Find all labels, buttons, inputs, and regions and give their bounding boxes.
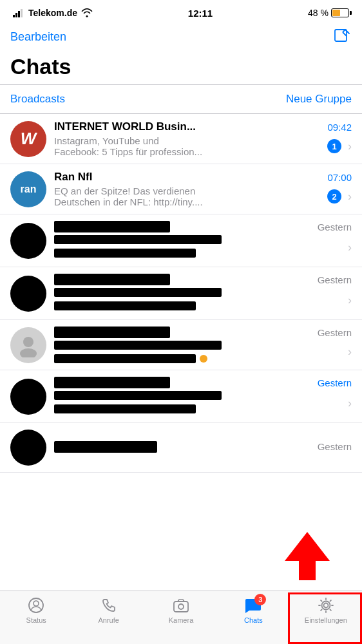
chat-content-iw: INTERNET WORLD Busin... 09:42 Instagram,… (54, 120, 352, 157)
tab-bar: Status Anrufe Kamera 3 Chats (0, 591, 362, 644)
svg-rect-1 (15, 13, 17, 17)
chat-item-ran[interactable]: ran Ran Nfl 07:00 EQ an der Spitze! Das … (0, 164, 362, 214)
tab-item-status[interactable]: Status (0, 596, 72, 624)
redacted-name-r2 (54, 274, 170, 285)
svg-point-14 (178, 604, 184, 609)
chat-time-r3: Gestern (318, 327, 352, 338)
avatar-r5 (10, 430, 46, 466)
chat-time-r2: Gestern (318, 274, 352, 285)
avatar-r1 (10, 223, 46, 259)
chat-time-r4: Gestern (318, 377, 352, 388)
chevron-r1: › (348, 241, 352, 254)
chat-content-ran: Ran Nfl 07:00 EQ an der Spitze! Das verd… (54, 171, 352, 207)
tab-item-kamera[interactable]: Kamera (145, 596, 217, 624)
chat-list: W INTERNET WORLD Busin... 09:42 Instagra… (0, 114, 362, 473)
chat-item-r5[interactable]: Gestern (0, 423, 362, 473)
status-icon (28, 597, 44, 614)
tab-label-anrufe: Anrufe (98, 616, 119, 624)
chat-item-r1[interactable]: Gestern › (0, 214, 362, 267)
phone-icon (100, 597, 117, 614)
svg-marker-10 (285, 532, 330, 580)
chat-header-r1: Gestern (54, 221, 352, 232)
neue-gruppe-button[interactable]: Neue Gruppe (286, 93, 352, 106)
avatar-iw: W (10, 121, 46, 157)
svg-line-5 (345, 30, 349, 33)
chevron-iw: › (348, 140, 352, 153)
tab-icon-anrufe (100, 596, 118, 614)
svg-rect-4 (335, 30, 347, 41)
tab-icon-status (27, 596, 45, 614)
chat-item-r3[interactable]: Gestern › (0, 320, 362, 370)
tab-icon-kamera (172, 596, 190, 614)
chat-time-iw: 09:42 (327, 122, 352, 133)
redacted-preview1-r1 (54, 235, 222, 244)
chat-item-r2[interactable]: Gestern › (0, 267, 362, 320)
badge-ran: 2 (327, 189, 341, 204)
avatar-r2 (10, 276, 46, 312)
tab-icon-chats: 3 (244, 596, 262, 614)
chat-time-r5: Gestern (318, 441, 352, 452)
broadcasts-row: Broadcasts Neue Gruppe (0, 85, 362, 113)
status-time: 12:11 (188, 8, 213, 19)
svg-point-15 (323, 603, 328, 608)
redacted-preview1-r4 (54, 391, 222, 400)
redacted-preview2-r1 (54, 249, 196, 258)
chat-item-r4[interactable]: Gestern › (0, 370, 362, 423)
person-icon (16, 333, 41, 357)
ran-logo: ran (21, 184, 37, 195)
status-dot-r3 (200, 355, 207, 363)
chat-preview2-iw: Facebook: 5 Tipps für profession... (54, 146, 202, 157)
broadcasts-button[interactable]: Broadcasts (10, 93, 65, 106)
svg-point-8 (23, 337, 33, 347)
svg-rect-0 (13, 15, 15, 17)
tab-item-einstellungen[interactable]: Einstellungen (290, 596, 362, 624)
redacted-preview1-r3 (54, 341, 222, 350)
svg-point-9 (20, 348, 37, 357)
chat-preview2-ran: Deutschen in der NFL: http://tiny.... (54, 196, 203, 207)
tab-label-status: Status (26, 616, 46, 624)
tab-label-kamera: Kamera (169, 616, 194, 624)
battery-icon (331, 8, 349, 17)
chat-time-ran: 07:00 (327, 172, 352, 183)
tab-item-anrufe[interactable]: Anrufe (72, 596, 144, 624)
chat-header-r2: Gestern (54, 274, 352, 285)
signal-icon (13, 8, 24, 17)
redacted-preview1-r2 (54, 288, 222, 297)
carrier-info: Telekom.de (13, 8, 93, 18)
chat-content-r3: Gestern › (54, 327, 352, 363)
svg-line-6 (343, 32, 347, 36)
chevron-r3: › (348, 345, 352, 359)
badge-iw: 1 (327, 139, 341, 153)
svg-point-12 (33, 601, 39, 606)
chat-name-iw: INTERNET WORLD Busin... (54, 120, 196, 133)
bearbeiten-button[interactable]: Bearbeiten (10, 30, 66, 44)
chat-preview1-ran: EQ an der Spitze! Das verdienen (54, 185, 203, 196)
tab-badge-chats: 3 (254, 594, 266, 605)
chat-header-ran: Ran Nfl 07:00 (54, 171, 352, 184)
svg-rect-2 (18, 11, 20, 17)
chat-preview1-iw: Instagram, YouTube und (54, 135, 202, 146)
chat-item-iw[interactable]: W INTERNET WORLD Busin... 09:42 Instagra… (0, 114, 362, 164)
chevron-r4: › (348, 397, 352, 410)
avatar-r3 (10, 327, 46, 363)
redacted-preview2-r2 (54, 301, 196, 310)
compose-button[interactable] (332, 27, 352, 46)
svg-rect-13 (174, 601, 188, 612)
chat-header-r5: Gestern (54, 441, 352, 453)
settings-icon (318, 597, 334, 614)
navigation-bar: Bearbeiten (0, 23, 362, 52)
chat-content-r1: Gestern › (54, 221, 352, 260)
chat-right-iw: 09:42 (322, 122, 352, 133)
red-arrow-indicator (278, 526, 336, 586)
chat-header-iw: INTERNET WORLD Busin... 09:42 (54, 120, 352, 133)
redacted-name-r3 (54, 327, 170, 338)
chat-name-ran: Ran Nfl (54, 171, 93, 184)
chat-header-r3: Gestern (54, 327, 352, 338)
chat-time-r1: Gestern (318, 222, 352, 232)
svg-point-16 (321, 601, 330, 610)
tab-label-chats: Chats (244, 616, 263, 624)
chat-content-r2: Gestern › (54, 274, 352, 313)
tab-item-chats[interactable]: 3 Chats (217, 596, 289, 624)
chevron-r2: › (348, 294, 352, 307)
avatar-ran: ran (10, 171, 46, 207)
